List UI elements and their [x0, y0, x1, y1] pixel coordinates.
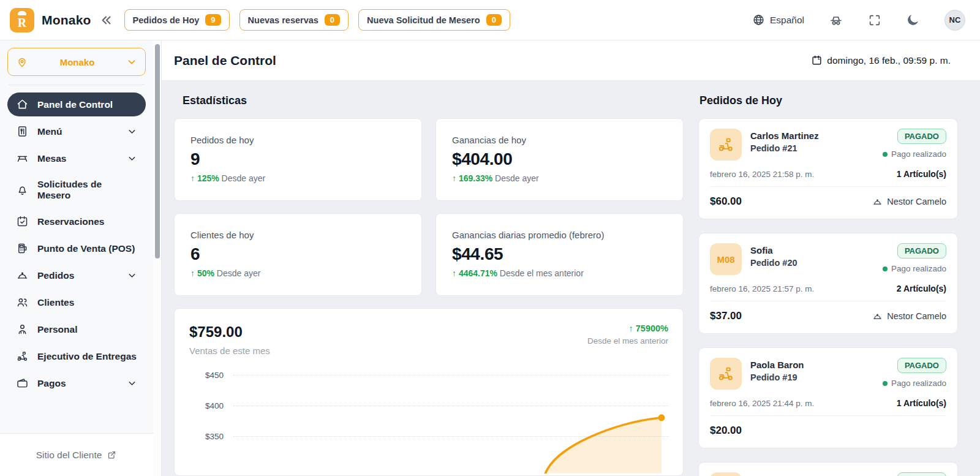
calendar-icon — [811, 55, 823, 66]
sales-line-series — [224, 374, 676, 474]
order-total: $37.00 — [710, 310, 742, 322]
new-waiter-request-label: Nueva Solicitud de Mesero — [367, 15, 480, 25]
cloche-icon — [872, 197, 883, 207]
order-datetime: febrero 16, 2025 21:44 p. m. — [710, 399, 814, 408]
sidebar-item-pedidos[interactable]: Pedidos — [7, 263, 146, 287]
privacy-mode-button[interactable] — [829, 13, 843, 28]
scooter-icon — [16, 350, 29, 363]
order-number: Pedido #19 — [750, 372, 874, 382]
language-label: Español — [770, 15, 804, 26]
chart-delta-period: Desde el mes anterior — [587, 336, 668, 346]
home-icon — [16, 98, 29, 111]
stat-delta-percent: ↑ 125% — [190, 173, 219, 183]
stat-value: 6 — [190, 244, 405, 264]
menu-book-icon — [16, 125, 29, 138]
order-number: Pedido #20 — [750, 258, 874, 268]
order-card[interactable]: Carlos Martinez Pedido #21 PAGADO Pago r… — [698, 118, 958, 219]
status-badge: PAGADO — [897, 129, 946, 144]
order-card[interactable]: M08 Sofia Pedido #20 PAGADO Pago realiza… — [698, 233, 958, 334]
sidebar-item-ejecutivo-de-entregas[interactable]: Ejecutivo de Entregas — [7, 344, 146, 368]
chevron-down-icon — [127, 378, 137, 388]
delivery-scooter-icon — [710, 129, 742, 161]
fullscreen-button[interactable] — [868, 13, 881, 27]
brand-name: Monako — [42, 13, 91, 28]
delivery-scooter-icon — [710, 472, 742, 476]
new-waiter-request-button[interactable]: Nueva Solicitud de Mesero 0 — [358, 9, 510, 31]
sidebar-item-label: Ejecutivo de Entregas — [37, 351, 137, 362]
sidebar-item-panel-de-control[interactable]: Panel de Control — [7, 93, 146, 116]
stat-delta-period: Desde ayer — [222, 173, 266, 183]
stat-delta-percent: ↑ 4464.71% — [452, 268, 497, 278]
delivery-scooter-icon — [710, 358, 742, 390]
customer-name: Paola Baron — [750, 360, 874, 370]
external-link-icon — [107, 450, 117, 460]
brand-logo: R — [10, 8, 34, 32]
green-dot-icon — [883, 381, 888, 386]
todays-orders-label: Pedidos de Hoy — [133, 15, 200, 25]
todays-orders-button[interactable]: Pedidos de Hoy 9 — [124, 9, 230, 31]
avatar-initials: NC — [949, 15, 961, 25]
date-text: domingo, 16 feb., 09:59 p. m. — [827, 55, 951, 66]
stat-label: Clientes de hoy — [190, 230, 405, 240]
user-avatar[interactable]: NC — [944, 10, 965, 31]
new-reservations-button[interactable]: Nuevas reservas 0 — [239, 9, 349, 31]
branch-name: Monako — [28, 57, 126, 67]
sidebar-divider — [9, 85, 145, 85]
monthly-sales-chart-card: $759.00 Ventas de este mes ↑ 75900% Desd… — [174, 308, 684, 476]
stat-card-ganancias-de-hoy: Ganancias de hoy $404.00 ↑ 169.33% Desde… — [435, 118, 684, 201]
stat-delta: ↑ 50% Desde ayer — [190, 268, 405, 278]
stat-delta-percent: ↑ 169.33% — [452, 173, 492, 183]
payment-status: Pago realizado — [883, 149, 946, 159]
sidebar-item-mesas[interactable]: Mesas — [7, 146, 146, 170]
divider — [710, 301, 946, 301]
sidebar-item-label: Solicitudes de Mesero — [37, 179, 137, 201]
order-card[interactable]: Paola Baron Pedido #19 PAGADO Pago reali… — [698, 347, 958, 448]
sidebar-item-label: Personal — [37, 324, 77, 335]
bell-icon — [16, 184, 29, 197]
dark-mode-toggle[interactable] — [906, 13, 920, 27]
order-items-count: 1 Artículo(s) — [897, 169, 946, 179]
chevron-down-icon — [127, 126, 137, 137]
stat-card-clientes-de-hoy: Clientes de hoy 6 ↑ 50% Desde ayer — [174, 213, 422, 296]
branch-selector[interactable]: Monako — [7, 48, 146, 76]
table-code-badge: M08 — [710, 243, 742, 275]
table-icon — [16, 152, 29, 165]
client-site-label: Sitio del Cliente — [36, 450, 102, 461]
order-datetime: febrero 16, 2025 21:57 p. m. — [710, 284, 814, 293]
chart-total: $759.00 — [189, 323, 270, 341]
stat-delta-period: Desde ayer — [495, 173, 539, 183]
waiter-name: Nestor Camelo — [872, 197, 946, 207]
stats-heading: Estadísticas — [183, 94, 684, 107]
fullscreen-icon — [868, 13, 881, 27]
page-header: Panel de Control domingo, 16 feb., 09:59… — [162, 40, 980, 81]
data-point-dot — [658, 414, 665, 421]
divider — [710, 186, 946, 187]
language-selector[interactable]: Español — [752, 13, 804, 26]
double-chevron-left-icon — [100, 13, 113, 27]
sidebar-item-punto-de-venta-pos[interactable]: Punto de Venta (POS) — [7, 236, 146, 260]
stat-label: Pedidos de hoy — [190, 135, 405, 145]
collapse-sidebar-button[interactable] — [100, 13, 113, 27]
pos-terminal-icon — [16, 242, 29, 255]
sidebar-item-menu[interactable]: Menú — [7, 119, 146, 143]
sidebar-scrollbar — [153, 40, 162, 476]
chevron-down-icon — [126, 56, 137, 67]
green-dot-icon — [883, 266, 888, 271]
stat-delta-period: Desde ayer — [217, 268, 261, 278]
sidebar-item-solicitudes-de-mesero[interactable]: Solicitudes de Mesero — [7, 173, 146, 206]
sidebar-item-reservaciones[interactable]: Reservaciones — [7, 210, 146, 233]
order-total: $20.00 — [710, 425, 742, 437]
sidebar-item-personal[interactable]: Personal — [7, 317, 146, 341]
status-badge: PAGADO — [897, 358, 946, 373]
status-badge: PAGADO — [897, 243, 946, 259]
sidebar-item-clientes[interactable]: Clientes — [7, 290, 146, 314]
client-site-link[interactable]: Sitio del Cliente — [36, 450, 118, 461]
order-datetime: febrero 16, 2025 21:58 p. m. — [710, 170, 814, 179]
order-total: $60.00 — [710, 195, 742, 208]
order-items-count: 2 Artículo(s) — [897, 284, 946, 293]
order-card[interactable]: PAGADO — [698, 462, 958, 476]
sidebar-item-pagos[interactable]: Pagos — [7, 371, 146, 395]
sidebar-scrollbar-thumb[interactable] — [155, 44, 160, 259]
chevron-down-icon — [127, 153, 137, 164]
stat-delta: ↑ 4464.71% Desde el mes anterior — [452, 268, 667, 278]
